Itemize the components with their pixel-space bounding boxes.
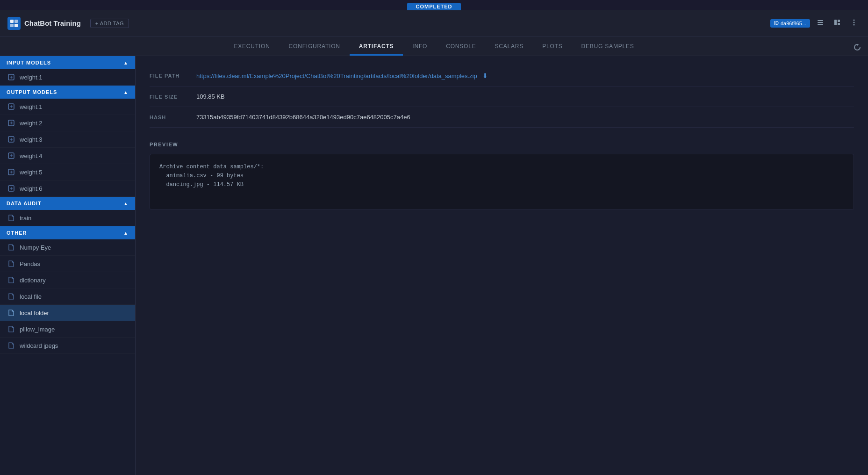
local-file-label: local file: [20, 293, 42, 300]
tab-plots[interactable]: PLOTS: [533, 38, 572, 56]
preview-content: Archive content data_samples/*: animalia…: [159, 164, 264, 188]
layout-button[interactable]: [831, 17, 844, 30]
pandas-label: Pandas: [20, 260, 40, 267]
file-path-row: FILE PATH https://files.clear.ml/Example…: [150, 65, 854, 86]
status-badge: COMPLETED: [407, 3, 460, 10]
sidebar-item-dictionary[interactable]: dictionary: [0, 272, 135, 288]
hash-row: HASH 73315ab49359fd71403741d84392b68644a…: [150, 107, 854, 128]
tab-artifacts[interactable]: ARTIFACTS: [350, 38, 403, 56]
file-size-value: 109.85 KB: [196, 93, 225, 100]
file-path-value: https://files.clear.ml/Example%20Project…: [196, 72, 488, 79]
app-logo-area: ChatBot Training + ADD TAG: [7, 17, 129, 30]
task-id-badge: ID da96f865...: [770, 19, 810, 28]
section-other-chevron: ▲: [123, 230, 129, 236]
file-icon-pandas: [7, 260, 15, 267]
tab-console[interactable]: CONSOLE: [437, 38, 485, 56]
sidebar-item-wildcard-jpegs[interactable]: wildcard jpegs: [0, 338, 135, 354]
file-path-link[interactable]: https://files.clear.ml/Example%20Project…: [196, 72, 477, 79]
file-icon-train: [7, 214, 15, 222]
weight-1-input-label: weight.1: [20, 74, 42, 81]
model-icon-w3: [7, 136, 15, 143]
file-info-section: FILE PATH https://files.clear.ml/Example…: [136, 56, 868, 132]
svg-rect-1: [14, 20, 18, 23]
add-tag-button[interactable]: + ADD TAG: [90, 19, 129, 28]
svg-rect-9: [838, 23, 840, 25]
tab-scalars[interactable]: SCALARS: [486, 38, 533, 56]
main-content: INPUT MODELS ▲ weight.1 OUTPUT MODELS ▲ …: [0, 56, 868, 475]
tab-info[interactable]: INFO: [403, 38, 437, 56]
section-data-audit-label: DATA AUDIT: [7, 201, 42, 206]
section-other[interactable]: OTHER ▲: [0, 226, 135, 239]
preview-box: Archive content data_samples/*: animalia…: [150, 154, 854, 210]
header-right: ID da96f865...: [770, 17, 861, 30]
model-icon-w4: [7, 152, 15, 159]
menu-button[interactable]: [847, 17, 861, 30]
section-output-models-chevron: ▲: [123, 90, 129, 95]
wildcard-jpegs-label: wildcard jpegs: [20, 342, 58, 349]
section-input-models-chevron: ▲: [123, 60, 129, 65]
file-path-label: FILE PATH: [150, 73, 196, 79]
section-output-models[interactable]: OUTPUT MODELS ▲: [0, 86, 135, 99]
sidebar-item-local-file[interactable]: local file: [0, 288, 135, 305]
sidebar: INPUT MODELS ▲ weight.1 OUTPUT MODELS ▲ …: [0, 56, 136, 475]
numpy-eye-label: Numpy Eye: [20, 244, 51, 251]
svg-rect-5: [818, 22, 823, 23]
sidebar-item-weight-1-input[interactable]: weight.1: [0, 69, 135, 86]
sidebar-item-weight-5-output[interactable]: weight.5: [0, 164, 135, 180]
file-icon-pillow: [7, 325, 15, 333]
svg-rect-3: [14, 24, 18, 27]
tab-debug-samples[interactable]: DEBUG SAMPLES: [572, 38, 643, 56]
sidebar-item-weight-6-output[interactable]: weight.6: [0, 180, 135, 197]
tab-configuration[interactable]: CONFIGURATION: [280, 38, 350, 56]
file-icon-local-folder: [7, 309, 15, 317]
sidebar-item-local-folder[interactable]: local folder: [0, 305, 135, 321]
weight-1-output-label: weight.1: [20, 103, 42, 110]
section-input-models-label: INPUT MODELS: [7, 60, 51, 65]
model-icon-w2: [7, 119, 15, 127]
app-logo-icon: [7, 17, 21, 30]
sidebar-item-pillow-image[interactable]: pillow_image: [0, 321, 135, 338]
sidebar-item-weight-3-output[interactable]: weight.3: [0, 131, 135, 148]
sidebar-item-train[interactable]: train: [0, 210, 135, 226]
model-icon-w5: [7, 168, 15, 176]
section-data-audit-chevron: ▲: [123, 201, 129, 206]
svg-rect-7: [834, 20, 837, 25]
refresh-button[interactable]: [854, 44, 861, 52]
sidebar-item-numpy-eye[interactable]: Numpy Eye: [0, 239, 135, 256]
section-output-models-label: OUTPUT MODELS: [7, 89, 57, 95]
section-data-audit[interactable]: DATA AUDIT ▲: [0, 197, 135, 210]
svg-rect-2: [10, 24, 14, 27]
list-view-button[interactable]: [814, 17, 827, 30]
hash-value: 73315ab49359fd71403741d84392b68644a320e1…: [196, 114, 410, 121]
id-value: da96f865...: [781, 21, 806, 26]
svg-rect-8: [838, 20, 840, 22]
svg-rect-6: [818, 24, 823, 25]
file-size-row: FILE SIZE 109.85 KB: [150, 86, 854, 107]
file-icon-local-file: [7, 293, 15, 300]
file-size-label: FILE SIZE: [150, 94, 196, 100]
model-icon: [7, 73, 15, 81]
file-icon-dictionary: [7, 276, 15, 284]
tab-execution[interactable]: EXECUTION: [224, 38, 279, 56]
status-bar: COMPLETED: [0, 0, 868, 10]
svg-point-11: [854, 22, 855, 23]
svg-rect-0: [10, 20, 14, 23]
weight-3-output-label: weight.3: [20, 136, 42, 143]
download-icon[interactable]: ⬇: [482, 72, 488, 79]
sidebar-item-weight-1-output[interactable]: weight.1: [0, 99, 135, 115]
file-icon-numpy: [7, 244, 15, 251]
model-icon-w1: [7, 103, 15, 110]
weight-4-output-label: weight.4: [20, 152, 42, 159]
section-input-models[interactable]: INPUT MODELS ▲: [0, 56, 135, 69]
pillow-image-label: pillow_image: [20, 326, 55, 333]
preview-label: PREVIEW: [150, 142, 854, 147]
hash-label: HASH: [150, 115, 196, 120]
sidebar-item-pandas[interactable]: Pandas: [0, 256, 135, 272]
sidebar-item-weight-2-output[interactable]: weight.2: [0, 115, 135, 131]
weight-6-output-label: weight.6: [20, 185, 42, 192]
header: ChatBot Training + ADD TAG ID da96f865..…: [0, 10, 868, 36]
section-other-label: OTHER: [7, 230, 27, 236]
preview-section: PREVIEW Archive content data_samples/*: …: [136, 132, 868, 219]
file-icon-wildcard: [7, 342, 15, 349]
sidebar-item-weight-4-output[interactable]: weight.4: [0, 148, 135, 164]
